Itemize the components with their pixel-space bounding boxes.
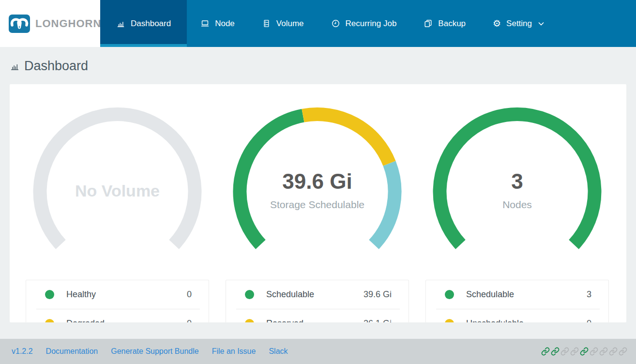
nav-item-label: Setting	[506, 19, 532, 29]
footer-link-icons	[541, 347, 627, 356]
legend-row-unschedulable: Unschedulable0	[436, 309, 600, 322]
link-icon[interactable]	[580, 347, 589, 356]
nav-item-label: Volume	[276, 19, 304, 29]
gauge-volume-summary: No VolumeHealthy0Degraded0	[26, 84, 209, 322]
bar-chart-icon	[10, 61, 20, 71]
legend-label: Degraded	[66, 318, 105, 323]
nav-item-label: Node	[215, 19, 235, 29]
legend-label: Schedulable	[466, 289, 514, 300]
link-icon[interactable]	[551, 347, 560, 356]
legend-dot	[245, 319, 254, 323]
link-icon[interactable]	[619, 347, 627, 356]
page-title: Dashboard	[10, 59, 636, 74]
server-icon	[262, 19, 271, 28]
nav-item-volume[interactable]: Volume	[248, 0, 318, 47]
logo-text: LONGHORN	[35, 17, 101, 30]
nav-item-label: Dashboard	[131, 19, 171, 29]
clock-icon	[331, 19, 340, 28]
nav-item-recurring-job[interactable]: Recurring Job	[318, 0, 410, 47]
legend-dot	[45, 290, 54, 299]
gear-icon: ⚙	[493, 19, 501, 28]
legend-value: 0	[187, 318, 192, 323]
top-navbar: LONGHORN DashboardNodeVolumeRecurring Jo…	[0, 0, 636, 47]
bar-chart-icon	[116, 19, 125, 28]
laptop-icon	[200, 19, 210, 28]
chevron-down-icon	[537, 22, 544, 26]
legend-dot	[245, 290, 254, 299]
legend-value: 26.1 Gi	[363, 318, 392, 323]
legend-label: Unschedulable	[466, 318, 524, 323]
legend-dot	[445, 290, 454, 299]
gauge-segment-reserved	[303, 114, 390, 164]
nav-item-backup[interactable]: Backup	[410, 0, 479, 47]
nav-item-dashboard[interactable]: Dashboard	[100, 0, 187, 47]
nav-item-label: Backup	[438, 19, 466, 29]
legend-row-degraded: Degraded0	[36, 309, 200, 322]
footer-link-file-an-issue[interactable]: File an Issue	[212, 347, 256, 356]
legend-dot	[45, 319, 54, 323]
link-icon[interactable]	[541, 347, 550, 356]
gauge-segment-empty	[40, 114, 195, 244]
legend-card-storage-summary: Schedulable39.6 GiReserved26.1 Gi	[226, 280, 409, 322]
link-icon[interactable]	[560, 347, 569, 356]
longhorn-logo[interactable]: LONGHORN	[0, 0, 100, 47]
legend-card-volume-summary: Healthy0Degraded0	[26, 280, 209, 322]
nav-item-setting[interactable]: ⚙Setting	[479, 0, 558, 47]
legend-row-reserved: Reserved26.1 Gi	[236, 309, 400, 322]
gauge-segment-schedulable	[440, 114, 595, 244]
dashboard-summary-card: No VolumeHealthy0Degraded039.6 GiStorage…	[10, 84, 626, 322]
legend-label: Reserved	[266, 318, 303, 323]
link-icon[interactable]	[609, 347, 618, 356]
legend-label: Healthy	[66, 289, 96, 300]
legend-value: 0	[187, 289, 192, 300]
footer: v1.2.2DocumentationGenerate Support Bund…	[0, 339, 636, 364]
legend-value: 0	[587, 318, 591, 323]
link-icon[interactable]	[590, 347, 598, 356]
main-content: Dashboard No VolumeHealthy0Degraded039.6…	[0, 47, 636, 339]
link-icon[interactable]	[599, 347, 608, 356]
main-navigation: DashboardNodeVolumeRecurring JobBackup⚙S…	[100, 0, 558, 47]
gauge-arc-node-summary	[425, 84, 609, 280]
page-title-text: Dashboard	[24, 59, 88, 74]
footer-link-generate-support-bundle[interactable]: Generate Support Bundle	[111, 347, 198, 356]
footer-link-v1-2-2[interactable]: v1.2.2	[12, 347, 33, 356]
legend-value: 3	[587, 289, 591, 300]
footer-link-documentation[interactable]: Documentation	[46, 347, 98, 356]
longhorn-bull-icon	[9, 15, 30, 33]
gauge-segment-used	[374, 164, 395, 244]
gauge-segment-schedulable	[240, 116, 303, 244]
link-icon[interactable]	[570, 347, 579, 356]
gauge-storage-summary: 39.6 GiStorage SchedulableSchedulable39.…	[226, 84, 409, 322]
copy-icon	[424, 19, 433, 28]
legend-label: Schedulable	[266, 289, 314, 300]
nav-item-label: Recurring Job	[346, 19, 397, 29]
legend-row-schedulable: Schedulable3	[436, 280, 600, 309]
legend-row-schedulable: Schedulable39.6 Gi	[236, 280, 400, 309]
nav-item-node[interactable]: Node	[187, 0, 248, 47]
legend-value: 39.6 Gi	[363, 289, 392, 300]
legend-dot	[445, 319, 454, 323]
legend-row-healthy: Healthy0	[36, 280, 200, 309]
legend-card-node-summary: Schedulable3Unschedulable0	[425, 280, 609, 322]
gauge-node-summary: 3NodesSchedulable3Unschedulable0	[425, 84, 609, 322]
gauge-arc-storage-summary	[226, 84, 409, 280]
footer-link-slack[interactable]: Slack	[269, 347, 288, 356]
gauge-arc-volume-summary	[26, 84, 209, 280]
